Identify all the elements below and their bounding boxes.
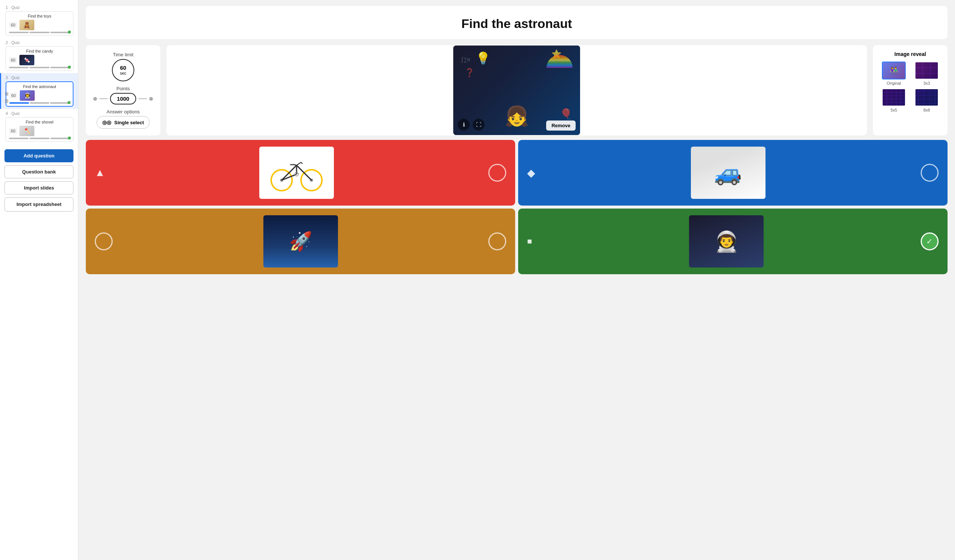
time-limit-label: Time limit bbox=[113, 52, 133, 58]
gold-answer-circle-left bbox=[95, 232, 113, 250]
reveal-option-3x3[interactable]: 3x3 bbox=[912, 61, 942, 85]
reveal-option-5x5[interactable]: 5x5 bbox=[879, 88, 909, 112]
sidebar-card-4: Find the shovel 60 🪓 bbox=[6, 117, 74, 142]
question-mark-decoration: ❓ bbox=[465, 68, 474, 78]
reveal-8x8-grid bbox=[916, 89, 938, 106]
answer-card-gold[interactable]: 🚀 bbox=[86, 208, 515, 274]
add-question-button[interactable]: Add question bbox=[5, 149, 74, 162]
math-decoration: ∫∑π bbox=[461, 57, 470, 63]
answer-card-red[interactable]: ▲ bbox=[86, 140, 515, 206]
sidebar-card-1-title: Find the toys bbox=[9, 14, 70, 18]
sidebar-item-4[interactable]: 4 Quiz Find the shovel 60 🪓 bbox=[0, 109, 78, 144]
red-answer-circle bbox=[488, 164, 506, 182]
sidebar-card-3: Find the astronaut 60 👨‍🚀 bbox=[6, 81, 74, 107]
green-shape-square: ■ bbox=[527, 236, 532, 246]
points-label: Points bbox=[116, 86, 130, 91]
answer-img-car: 🚙 bbox=[691, 147, 766, 199]
import-spreadsheet-button[interactable]: Import spreadsheet bbox=[5, 197, 74, 211]
sidebar-actions: Add question Question bank Import slides… bbox=[0, 145, 78, 215]
slider-line bbox=[99, 98, 108, 99]
reveal-thumb-original: 👫 bbox=[882, 61, 906, 80]
sidebar-card-3-bar-2 bbox=[30, 102, 50, 104]
balloon-decoration: 🎈 bbox=[560, 108, 573, 120]
answer-options-setting: Answer options ◎◎ Single select bbox=[93, 109, 153, 129]
answer-card-green[interactable]: ■ 👨‍🚀 ✓ bbox=[518, 208, 947, 274]
sidebar-card-4-dot bbox=[68, 136, 71, 139]
time-limit-value: 60 bbox=[120, 65, 127, 71]
girl-emoji: 👧 bbox=[505, 105, 529, 128]
delete-icon[interactable]: 🗑 bbox=[4, 98, 9, 104]
import-slides-button[interactable]: Import slides bbox=[5, 181, 74, 194]
expand-icon-button[interactable]: ⛶ bbox=[473, 119, 485, 131]
main-content: Find the astronaut Time limit 60 sec Poi… bbox=[78, 0, 955, 560]
sidebar-card-4-score: 60 bbox=[9, 128, 17, 134]
image-icons: ℹ ⛶ bbox=[458, 119, 485, 131]
sidebar-card-2-bar-1 bbox=[9, 67, 29, 68]
question-title-card: Find the astronaut bbox=[86, 6, 947, 39]
sidebar-item-2-type: Quiz bbox=[11, 40, 20, 45]
reveal-3x3-grid bbox=[916, 62, 938, 79]
sidebar-card-2-score: 60 bbox=[9, 57, 17, 63]
sidebar-card-3-bar-3 bbox=[50, 102, 70, 104]
answer-img-astronaut: 👨‍🚀 bbox=[689, 215, 764, 267]
reveal-original-img: 👫 bbox=[883, 62, 905, 79]
answer-img-rocket: 🚀 bbox=[263, 215, 338, 267]
reveal-thumb-8x8 bbox=[915, 88, 939, 106]
sidebar-card-1-thumb: 🧸 bbox=[19, 20, 34, 30]
sidebar-card-4-bar-3 bbox=[50, 138, 70, 139]
gold-answer-circle bbox=[488, 232, 506, 250]
settings-panel: Time limit 60 sec Points 1000 Answer opt… bbox=[86, 45, 160, 135]
sidebar-card-1-dot bbox=[68, 31, 71, 34]
lightbulb-icon: 💡 bbox=[476, 51, 490, 65]
sidebar-card-1-bar-2 bbox=[30, 32, 49, 33]
sidebar-item-1-number: 1 bbox=[6, 5, 8, 10]
time-limit-setting: Time limit 60 sec bbox=[93, 52, 153, 81]
sidebar-card-1-score: 60 bbox=[9, 22, 17, 28]
sidebar-item-1-type: Quiz bbox=[11, 5, 20, 10]
points-slider: 1000 bbox=[93, 93, 153, 105]
sidebar-item-4-number: 4 bbox=[6, 111, 8, 116]
sidebar-item-3-header: 3 Quiz bbox=[6, 75, 74, 80]
green-answer-circle: ✓ bbox=[921, 232, 939, 250]
slider-left-dot bbox=[93, 97, 97, 101]
reveal-label-3x3: 3x3 bbox=[923, 81, 930, 85]
answer-card-blue[interactable]: ◆ 🚙 bbox=[518, 140, 947, 206]
monitor-icon[interactable]: 🖥 bbox=[4, 91, 9, 97]
reveal-label-5x5: 5x5 bbox=[891, 108, 897, 112]
sidebar-card-3-dot bbox=[67, 101, 70, 104]
sidebar-item-3-actions: 🖥 🗑 bbox=[4, 91, 9, 104]
sidebar-item-3[interactable]: 3 Quiz Find the astronaut 60 👨‍🚀 🖥 🗑 bbox=[0, 73, 78, 109]
svg-line-5 bbox=[297, 165, 312, 180]
car-emoji: 🚙 bbox=[691, 147, 766, 199]
sidebar-item-4-type: Quiz bbox=[11, 111, 20, 116]
sidebar-item-1[interactable]: 1 Quiz Find the toys 60 🧸 bbox=[0, 3, 78, 38]
astronaut-emoji: 👨‍🚀 bbox=[689, 215, 764, 267]
question-bank-button[interactable]: Question bank bbox=[5, 165, 74, 178]
image-reveal-panel: Image reveal 👫 Original bbox=[873, 45, 947, 135]
sidebar-card-3-title: Find the astronaut bbox=[9, 84, 70, 89]
answer-options-label: Answer options bbox=[107, 109, 140, 114]
info-icon-button[interactable]: ℹ bbox=[458, 119, 470, 131]
svg-line-9 bbox=[301, 162, 302, 164]
time-limit-badge[interactable]: 60 sec bbox=[112, 59, 134, 81]
image-reveal-title: Image reveal bbox=[879, 51, 942, 57]
slider-right-dot bbox=[149, 97, 153, 101]
points-value[interactable]: 1000 bbox=[110, 93, 136, 105]
remove-image-button[interactable]: Remove bbox=[546, 120, 576, 131]
points-setting: Points 1000 bbox=[93, 86, 153, 105]
reveal-label-8x8: 8x8 bbox=[923, 108, 930, 112]
sidebar-card-1: Find the toys 60 🧸 bbox=[6, 11, 74, 36]
sidebar-card-2: Find the candy 60 🍬 bbox=[6, 46, 74, 71]
sidebar-card-1-bar-3 bbox=[50, 32, 70, 33]
sidebar-item-2-number: 2 bbox=[6, 40, 8, 45]
reveal-option-8x8[interactable]: 8x8 bbox=[912, 88, 942, 112]
answers-grid: ▲ bbox=[86, 140, 947, 274]
sidebar-item-2[interactable]: 2 Quiz Find the candy 60 🍬 bbox=[0, 38, 78, 73]
answer-options-button[interactable]: ◎◎ Single select bbox=[97, 116, 149, 129]
sidebar-card-4-thumb: 🪓 bbox=[19, 126, 34, 136]
sidebar-card-3-thumb: 👨‍🚀 bbox=[20, 90, 35, 101]
reveal-thumb-5x5 bbox=[882, 88, 906, 106]
question-settings-row: Time limit 60 sec Points 1000 Answer opt… bbox=[86, 45, 947, 135]
reveal-5x5-grid bbox=[883, 89, 905, 106]
reveal-option-original[interactable]: 👫 Original bbox=[879, 61, 909, 85]
